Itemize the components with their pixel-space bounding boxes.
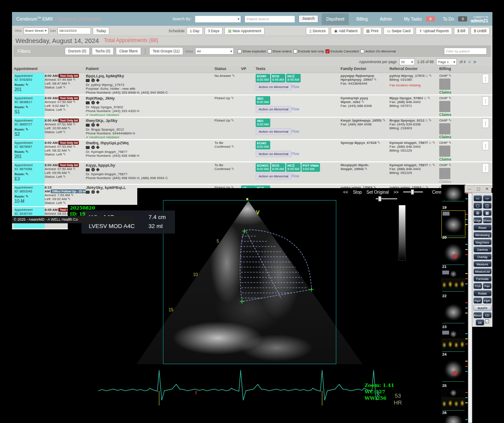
edit-icon[interactable]: ✎ [231, 119, 234, 122]
thumbnail-item[interactable] [441, 389, 465, 412]
info-icon[interactable]: i [91, 123, 95, 127]
thumbnail-item[interactable] [441, 185, 465, 203]
autofit-button[interactable]: AutoFit [474, 305, 492, 311]
status-filter-select[interactable]: All▾ [195, 48, 234, 55]
nav-todo[interactable]: To Do [438, 13, 455, 25]
flow-link[interactable]: Flow [291, 107, 299, 111]
layout-single-icon[interactable]: ▢ [474, 203, 482, 209]
add-patient-button[interactable]: ◉Add Patient [331, 27, 361, 35]
flow-link[interactable]: Flow [291, 152, 299, 156]
info-icon[interactable]: i [91, 146, 95, 149]
edit-icon[interactable]: ✎ [449, 141, 452, 145]
test-badge[interactable]: SEC8:00 AM [256, 119, 270, 127]
rewind-button[interactable]: << [343, 190, 348, 195]
action-on-abnormal-button[interactable]: Action on Abnormal [256, 106, 291, 113]
stop-button[interactable]: Stop [353, 190, 362, 195]
tag-icon[interactable] [96, 101, 100, 104]
measure-button[interactable]: Measure [474, 261, 492, 267]
prev-page-button[interactable]: < [468, 59, 471, 64]
one-day-button[interactable]: 1 Day [187, 27, 203, 35]
search-button[interactable]: Search [299, 15, 319, 23]
edit-icon[interactable]: ✎ [383, 119, 386, 122]
tag-icon[interactable] [96, 168, 100, 171]
edit-icon[interactable]: ✎ [377, 141, 380, 145]
action-on-abnormal-button[interactable]: Action on Abnormal [256, 84, 291, 90]
office-select[interactable]: Brant Street ▾ [24, 27, 48, 34]
tag-icon[interactable] [96, 79, 100, 82]
test-badge[interactable]: POT Vitals9:00 AM [302, 163, 320, 172]
edit-icon[interactable]: ✎ [63, 175, 66, 179]
patient-search-input[interactable]: Patient Search [244, 15, 295, 23]
bill-button[interactable]: $ Bill [454, 27, 468, 35]
windowing-button[interactable]: Windowing [474, 232, 492, 238]
edit-icon[interactable]: ✎ [68, 149, 71, 152]
grayscale-bar[interactable] [398, 205, 406, 261]
set-original-button[interactable]: Set Original [366, 190, 389, 195]
layout-grid-icon[interactable]: ▦ [483, 210, 492, 216]
gamma-button[interactable]: Gamma [474, 246, 492, 253]
test-badge[interactable]: ECHO8:00 AM [256, 74, 270, 82]
edit-icon[interactable]: ✎ [63, 85, 66, 89]
next-series-button[interactable]: >> [483, 195, 492, 201]
devices-button[interactable]: ▯Devices [306, 27, 329, 35]
se-button[interactable]: SE [476, 320, 484, 326]
test-badge[interactable]: ECG8:45 AM [271, 163, 286, 172]
test-badge[interactable]: H38:45 AM [286, 163, 301, 172]
edit-icon[interactable]: ✎ [432, 141, 435, 145]
layout-quad-icon[interactable]: ⊞ [474, 210, 482, 216]
three-days-button[interactable]: 3 Days [205, 27, 223, 35]
edit-icon[interactable]: ✎ [68, 197, 71, 201]
edit-icon[interactable]: ✎ [449, 74, 452, 78]
nav-daysheet[interactable]: Daysheet [322, 13, 348, 25]
nav-admin[interactable]: Admin [375, 13, 396, 25]
edit-icon[interactable]: ✎ [427, 96, 430, 100]
edit-icon[interactable]: ✎ [374, 78, 377, 82]
edit-icon[interactable]: ✎ [73, 167, 76, 171]
formulas-button[interactable]: Formulas [474, 276, 492, 282]
edit-icon[interactable]: ✎ [449, 119, 452, 122]
prev-series-button[interactable]: << [474, 195, 482, 201]
nav-my-tasks[interactable]: My Tasks [400, 13, 423, 25]
claims-link[interactable]: Claims [439, 180, 451, 184]
chat-icon[interactable] [86, 124, 90, 127]
upload-reports-button[interactable]: ⇪Upload Reports [416, 27, 452, 35]
claims-link[interactable]: Claims [439, 91, 451, 94]
reset-button[interactable]: Reset [474, 225, 492, 231]
edit-icon[interactable]: ✎ [68, 171, 71, 175]
minimize-icon[interactable]: — [468, 187, 471, 191]
search-by-select[interactable]: ▾ [195, 15, 241, 23]
kebab-menu-icon[interactable]: ⋮ [482, 119, 489, 128]
edit-icon[interactable]: ✎ [63, 130, 66, 134]
edit-icon[interactable]: ✎ [26, 195, 29, 198]
filter-by-patient-input[interactable]: Filter by patient [444, 48, 487, 55]
tgs-button[interactable]: TGS [474, 283, 482, 289]
cine-slider[interactable] [403, 189, 423, 195]
checkbox-icon[interactable] [238, 49, 241, 53]
thumbnail-item[interactable] [441, 299, 465, 325]
thumbnail-item[interactable] [441, 240, 465, 266]
tag-icon[interactable] [96, 190, 100, 194]
layout-dual-icon[interactable]: ◫ [483, 203, 492, 209]
print-button[interactable]: ▤Print [363, 27, 382, 35]
flip-horizontal-button[interactable]: FlpH [483, 298, 492, 304]
flow-link[interactable]: Flow [291, 130, 299, 134]
magglass-button[interactable]: MagGlass [474, 239, 492, 245]
doctors-filter-button[interactable]: Doctors (0) [65, 47, 90, 55]
info-icon[interactable]: i [91, 79, 95, 82]
edit-icon[interactable]: ✎ [73, 78, 76, 82]
edit-icon[interactable]: ✎ [68, 82, 71, 85]
test-groups-button[interactable]: Test Groups (11) [149, 47, 183, 55]
rotate-button[interactable]: Rotate [474, 290, 492, 296]
test-badge[interactable]: ECHO8:00 AM [256, 141, 270, 149]
edit-icon[interactable]: ✎ [429, 74, 432, 78]
forward-button[interactable]: >> [394, 190, 399, 195]
chat-icon[interactable] [86, 191, 90, 194]
thumbnail-item[interactable] [441, 330, 465, 353]
edit-icon[interactable]: ✎ [63, 201, 66, 205]
info-icon[interactable]: i [91, 101, 95, 104]
kebab-menu-icon[interactable]: ⋮ [482, 163, 489, 173]
edit-icon[interactable]: ✎ [73, 145, 76, 149]
pan-button[interactable]: Pan [483, 283, 492, 289]
test-badge[interactable]: SEC8:00 AM [256, 96, 270, 105]
page-select[interactable]: Page 1▾ [436, 58, 457, 65]
